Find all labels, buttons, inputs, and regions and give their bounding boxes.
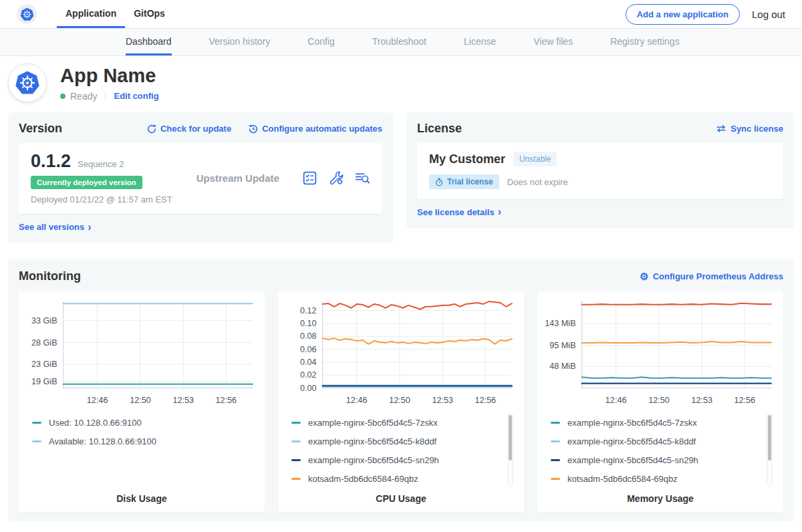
ready-status-dot-icon: [60, 94, 65, 99]
subnav-tab-view-files[interactable]: View files: [533, 29, 573, 55]
cpu-usage-panel: 12:4612:5012:5312:560.120.100.080.060.04…: [278, 291, 524, 512]
svg-text:12:50: 12:50: [389, 396, 410, 405]
cpu-usage-title: CPU Usage: [282, 489, 520, 505]
svg-text:12:56: 12:56: [475, 396, 496, 405]
tab-application[interactable]: Application: [57, 0, 125, 28]
add-application-button[interactable]: Add a new application: [626, 4, 740, 25]
memory-usage-legend: example-nginx-5bc6f5d4c5-7zskxexample-ng…: [551, 413, 777, 489]
legend-color-dash-icon: [551, 478, 560, 480]
svg-text:12:50: 12:50: [648, 396, 670, 405]
tab-gitops[interactable]: GitOps: [125, 0, 174, 28]
svg-text:28 GiB: 28 GiB: [31, 338, 57, 348]
cards-row: Version Check for update Configure au: [0, 112, 802, 243]
version-number: 0.1.2: [31, 152, 71, 170]
app-subnav: Dashboard Version history Config Trouble…: [0, 28, 802, 56]
edit-config-wrench-icon[interactable]: [328, 171, 344, 185]
divider: [105, 91, 106, 101]
status-label: Ready: [70, 91, 97, 102]
app-header-text: App Name Ready Edit config: [60, 65, 159, 102]
svg-text:12:50: 12:50: [130, 396, 151, 405]
kubernetes-helm-icon: [15, 70, 40, 96]
edit-config-link[interactable]: Edit config: [114, 91, 158, 101]
version-number-row: 0.1.2 Sequence 2: [31, 152, 172, 170]
svg-text:95 MiB: 95 MiB: [549, 341, 575, 350]
configure-prometheus-link[interactable]: ⚙ Configure Prometheus Address: [640, 271, 783, 281]
see-all-versions-link[interactable]: See all versions ›: [19, 222, 92, 232]
sync-license-link[interactable]: Sync license: [716, 124, 783, 134]
deployed-timestamp: Deployed 01/21/22 @ 11:57 am EST: [31, 194, 172, 205]
license-card-header: License Sync license: [417, 122, 783, 136]
kubernetes-logo-icon[interactable]: [17, 4, 37, 24]
gear-icon: ⚙: [640, 271, 648, 281]
version-action-icons: [303, 171, 370, 185]
version-type-label: Upstream Update: [196, 172, 279, 184]
legend-label: example-nginx-5bc6f5d4c5-k8ddf: [567, 436, 696, 446]
legend-scrollbar[interactable]: [767, 413, 773, 487]
legend-label: example-nginx-5bc6f5d4c5-sn29h: [308, 455, 439, 465]
subnav-tab-dashboard[interactable]: Dashboard: [126, 29, 172, 55]
scrollbar-thumb[interactable]: [768, 415, 771, 460]
license-expiry: Does not expire: [507, 177, 568, 187]
version-sequence: Sequence 2: [78, 159, 124, 169]
svg-text:0.00: 0.00: [300, 384, 317, 393]
chevron-right-icon: ›: [88, 223, 91, 232]
disk-usage-chart: 12:4612:5012:5312:5633 GiB28 GiB23 GiB19…: [23, 297, 261, 410]
svg-text:0.08: 0.08: [300, 332, 317, 342]
legend-label: example-nginx-5bc6f5d4c5-7zskx: [308, 418, 438, 428]
trial-license-badge: Trial license: [429, 174, 499, 189]
legend-item: example-nginx-5bc6f5d4c5-7zskx: [291, 413, 517, 432]
legend-label: example-nginx-5bc6f5d4c5-7zskx: [567, 418, 697, 428]
configure-prometheus-label: Configure Prometheus Address: [653, 271, 783, 281]
clock-refresh-icon: [249, 124, 258, 134]
deployed-version-panel: 0.1.2 Sequence 2 Currently deployed vers…: [19, 143, 382, 214]
configure-automatic-updates-link[interactable]: Configure automatic updates: [249, 124, 382, 134]
subnav-tab-license[interactable]: License: [464, 29, 496, 55]
app-status-row: Ready Edit config: [60, 91, 159, 102]
view-logs-icon[interactable]: [355, 171, 370, 185]
legend-item: Used: 10.128.0.66:9100: [32, 413, 258, 432]
app-avatar: [8, 63, 47, 102]
legend-item: example-nginx-5bc6f5d4c5-sn29h: [291, 450, 517, 469]
preflight-checklist-icon[interactable]: [303, 171, 317, 185]
version-card-header: Version Check for update Configure au: [19, 122, 382, 136]
tab-application-label: Application: [65, 8, 116, 19]
legend-scrollbar[interactable]: [507, 413, 513, 487]
version-card: Version Check for update Configure au: [8, 112, 393, 243]
legend-item: kotsadm-5db6dc6584-69qbz: [291, 469, 517, 488]
see-license-details-link[interactable]: See license details ›: [417, 207, 501, 217]
sync-arrows-icon: [716, 124, 726, 133]
subnav-tab-config[interactable]: Config: [307, 29, 334, 55]
logout-link[interactable]: Log out: [752, 9, 785, 20]
subnav-tab-registry-settings[interactable]: Registry settings: [610, 29, 679, 55]
svg-text:0.02: 0.02: [300, 371, 317, 380]
disk-usage-title: Disk Usage: [23, 489, 261, 505]
legend-color-dash-icon: [551, 440, 560, 442]
customer-row: My Customer Unstable: [429, 152, 771, 166]
svg-text:33 GiB: 33 GiB: [31, 316, 57, 325]
check-for-update-link[interactable]: Check for update: [147, 124, 231, 134]
topnav-tabs: Application GitOps: [57, 0, 174, 28]
memory-usage-panel: 12:4612:5012:5312:56143 MiB95 MiB48 MiB …: [537, 291, 783, 512]
svg-text:12:53: 12:53: [691, 396, 712, 405]
legend-label: kotsadm-5db6dc6584-69qbz: [567, 474, 678, 484]
subnav-tab-version-history[interactable]: Version history: [209, 29, 271, 55]
trial-row: Trial license Does not expire: [429, 174, 771, 189]
cpu-usage-legend: example-nginx-5bc6f5d4c5-7zskxexample-ng…: [291, 413, 517, 489]
legend-item: example-nginx-5bc6f5d4c5-sn29h: [551, 450, 777, 469]
see-all-versions-label: See all versions: [19, 222, 84, 232]
svg-text:143 MiB: 143 MiB: [545, 319, 575, 329]
page-title: App Name: [60, 65, 159, 87]
svg-text:12:46: 12:46: [606, 396, 627, 405]
chevron-right-icon: ›: [498, 207, 501, 217]
scrollbar-thumb[interactable]: [509, 415, 512, 460]
configure-automatic-updates-label: Configure automatic updates: [262, 124, 382, 134]
svg-text:12:56: 12:56: [215, 396, 237, 405]
svg-text:12:46: 12:46: [87, 396, 108, 405]
svg-text:23 GiB: 23 GiB: [31, 360, 57, 370]
legend-label: Used: 10.128.0.66:9100: [49, 418, 142, 428]
subnav-tab-troubleshoot[interactable]: Troubleshoot: [372, 29, 426, 55]
monitoring-header: Monitoring ⚙ Configure Prometheus Addres…: [19, 269, 783, 283]
customer-name: My Customer: [429, 152, 505, 166]
legend-label: Available: 10.128.0.66:9100: [49, 436, 156, 446]
legend-color-dash-icon: [291, 422, 301, 424]
